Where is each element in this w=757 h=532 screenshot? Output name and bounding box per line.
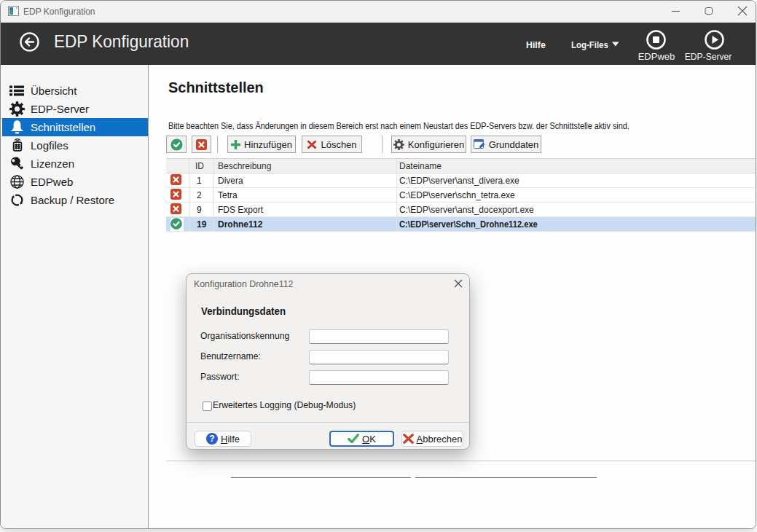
svg-text:?: ?: [209, 434, 214, 444]
